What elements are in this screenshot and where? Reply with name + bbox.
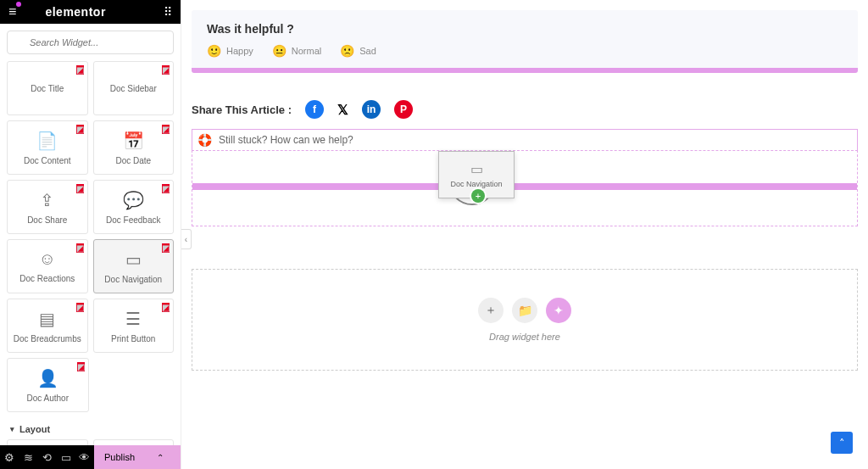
widget-doc-reactions[interactable]: ◩☺Doc Reactions (7, 239, 88, 293)
linkedin-icon[interactable]: in (362, 100, 381, 119)
widget-doc-author[interactable]: ◩👤Doc Author (7, 358, 89, 412)
doc-content-icon: 📄 (36, 131, 58, 151)
doc-breadcrumbs-icon: ▤ (39, 309, 55, 329)
settings-icon[interactable]: ⚙ (0, 451, 19, 464)
widget-label: Doc Reactions (19, 274, 75, 283)
reaction-sad[interactable]: 🙁Sad (340, 44, 376, 58)
widget-label: Doc Content (24, 156, 71, 165)
doc-feedback-icon: 💬 (123, 190, 144, 210)
support-icon: 🛟 (198, 133, 212, 147)
drop-indicator (192, 183, 857, 190)
widget-print-button[interactable]: ◩☰Print Button (93, 299, 175, 353)
preview-icon[interactable]: 👁 (75, 451, 94, 464)
happy-icon: 🙂 (207, 44, 221, 58)
empty-section[interactable]: ＋ 📁 ✦ Drag widget here (192, 269, 858, 371)
widget-label: Doc Sidebar (110, 84, 157, 93)
ai-icon[interactable]: ✦ (546, 298, 571, 323)
publish-button[interactable]: Publish⌃ (94, 445, 181, 469)
widget-doc-content[interactable]: ◩📄Doc Content (7, 120, 88, 175)
normal-icon: 😐 (272, 44, 287, 58)
widget-doc-navigation[interactable]: ◩▭Doc Navigation (93, 239, 175, 293)
brand-logo: elementor (45, 5, 105, 19)
add-widget-icon[interactable]: ＋ (478, 298, 504, 323)
apps-icon[interactable]: ⠿ (164, 5, 172, 19)
widget-label: Doc Feedback (106, 215, 160, 225)
pin-icon: ◩ (76, 303, 84, 312)
pin-icon: ◩ (162, 125, 170, 134)
doc-share-icon: ⇪ (40, 190, 54, 210)
widget-doc-breadcrumbs[interactable]: ◩▤Doc Breadcrumbs (7, 299, 88, 353)
widget-label: Doc Breadcrumbs (14, 334, 81, 343)
search-input[interactable] (7, 31, 174, 54)
x-icon[interactable]: 𝕏 (337, 102, 348, 118)
widget-label: Doc Navigation (104, 275, 162, 284)
widget-label: Doc Date (115, 156, 151, 165)
widget-label: Doc Author (27, 394, 69, 403)
stuck-text: Still stuck? How can we help? (219, 134, 353, 146)
pin-icon: ◩ (162, 243, 170, 253)
pin-icon: ◩ (162, 303, 170, 312)
widget-panel: ◩Doc Title ◩Doc Sidebar ◩📄Doc Content ◩📅… (0, 61, 181, 445)
widget-doc-sidebar[interactable]: ◩Doc Sidebar (93, 61, 175, 115)
widget-grid[interactable]: ▦ (93, 439, 175, 445)
menu-icon[interactable]: ≡ (8, 4, 16, 20)
scroll-top-button[interactable]: ˄ (831, 432, 853, 454)
doc-navigation-icon: ▭ (125, 249, 142, 270)
widget-doc-title[interactable]: ◩Doc Title (7, 61, 88, 115)
pinterest-icon[interactable]: P (394, 100, 413, 119)
template-icon[interactable]: 📁 (512, 298, 537, 323)
pin-icon: ◩ (76, 243, 84, 253)
reaction-normal[interactable]: 😐Normal (272, 44, 321, 58)
chevron-up-icon[interactable]: ⌃ (157, 453, 164, 462)
sidebar-header: ≡ elementor ⠿ (0, 0, 181, 24)
doc-navigation-icon: ▭ (470, 161, 483, 177)
pin-icon: ◩ (162, 65, 170, 75)
print-icon: ☰ (125, 309, 141, 329)
responsive-icon[interactable]: ▭ (57, 451, 75, 464)
pin-icon: ◩ (76, 184, 84, 193)
history-icon[interactable]: ⟲ (37, 451, 56, 464)
active-section[interactable]: ▭ Doc Navigation + (192, 150, 858, 226)
feedback-reactions: 🙂Happy 😐Normal 🙁Sad (207, 44, 843, 58)
doc-date-icon: 📅 (123, 131, 144, 151)
reaction-happy[interactable]: 🙂Happy (207, 44, 253, 58)
pin-icon: ◩ (77, 362, 85, 371)
share-section: Share This Article : f 𝕏 in P (192, 100, 858, 119)
feedback-section[interactable]: Was it helpful ? 🙂Happy 😐Normal 🙁Sad (192, 10, 858, 73)
add-icon: + (471, 189, 485, 203)
pin-icon: ◩ (76, 65, 84, 75)
share-label: Share This Article : (192, 103, 292, 116)
doc-author-icon: 👤 (37, 368, 58, 388)
canvas: ‹ Was it helpful ? 🙂Happy 😐Normal 🙁Sad S… (181, 0, 868, 469)
pin-icon: ◩ (162, 184, 170, 193)
widget-label: Doc Share (27, 215, 67, 225)
widget-doc-date[interactable]: ◩📅Doc Date (93, 120, 175, 175)
drag-ghost: ▭ Doc Navigation + (438, 151, 515, 198)
dropzone-text: Drag widget here (489, 332, 560, 342)
widget-label: Doc Title (31, 84, 64, 93)
widget-doc-feedback[interactable]: ◩💬Doc Feedback (93, 180, 175, 234)
editor-sidebar: ≡ elementor ⠿ 🔍 ◩Doc Title ◩Doc Sidebar … (0, 0, 181, 469)
facebook-icon[interactable]: f (305, 100, 324, 119)
pin-icon: ◩ (76, 125, 84, 134)
collapse-sidebar[interactable]: ‹ (181, 229, 192, 249)
ghost-label: Doc Navigation (450, 180, 502, 188)
section-layout[interactable]: Layout (7, 417, 174, 439)
widget-doc-share[interactable]: ◩⇪Doc Share (7, 180, 88, 234)
navigator-icon[interactable]: ≋ (19, 451, 37, 464)
still-stuck-section[interactable]: 🛟 Still stuck? How can we help? (192, 129, 858, 150)
widget-container[interactable]: ▭ (7, 439, 88, 445)
feedback-title: Was it helpful ? (207, 22, 843, 36)
search-wrap: 🔍 (0, 24, 181, 61)
widget-label: Print Button (111, 334, 155, 343)
dropzone-buttons: ＋ 📁 ✦ (478, 298, 571, 323)
sad-icon: 🙁 (340, 44, 354, 58)
bottom-toolbar: ⚙ ≋ ⟲ ▭ 👁 Publish⌃ (0, 445, 181, 469)
doc-reactions-icon: ☺ (39, 249, 56, 269)
